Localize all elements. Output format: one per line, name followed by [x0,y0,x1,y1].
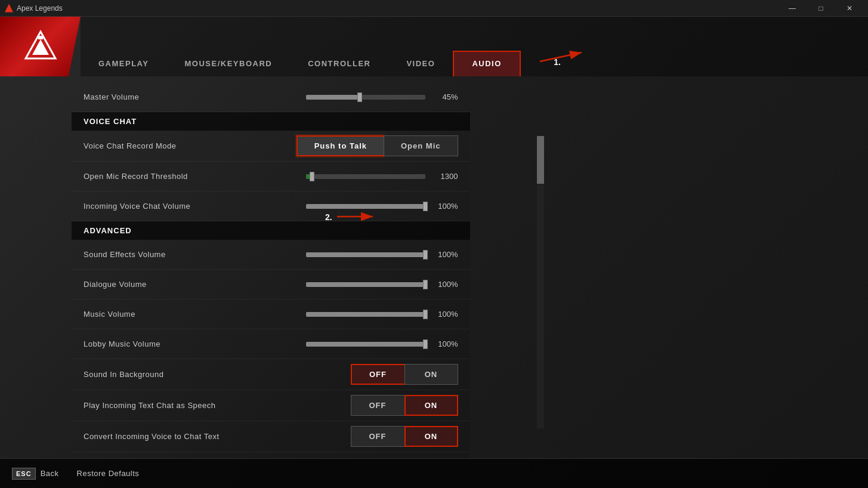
sound-effects-volume-value: 100% [431,250,458,259]
annotation-step1: 1. [554,57,561,67]
open-mic-threshold-slider[interactable] [306,174,425,179]
window-title: Apex Legends [17,4,63,13]
sound-in-background-off-button[interactable]: Off [351,364,404,385]
music-volume-control: 100% [306,310,458,319]
nav-tabs: GAMEPLAY MOUSE/KEYBOARD CONTROLLER VIDEO… [81,17,868,76]
play-incoming-text-row: Play Incoming Text Chat as Speech Off On [72,390,470,421]
music-volume-label: Music Volume [84,310,306,319]
dialogue-volume-slider[interactable] [306,282,425,287]
close-button[interactable]: ✕ [836,0,863,17]
lobby-music-volume-control: 100% [306,339,458,348]
dialogue-volume-value: 100% [431,280,458,289]
right-panel [470,76,869,458]
convert-incoming-voice-label: Convert Incoming Voice to Chat Text [84,432,351,441]
restore-defaults-button[interactable]: Restore Defaults [77,469,140,478]
sound-in-background-row: Sound In Background Off On [72,359,470,390]
title-bar-left: Apex Legends [5,4,63,13]
svg-rect-2 [38,36,43,39]
sound-in-background-control: Off On [351,364,458,385]
play-incoming-text-toggle: Off On [351,395,458,416]
sound-in-background-toggle: Off On [351,364,458,385]
advanced-section-header: ADVANCED [72,221,470,240]
restore-defaults-label: Restore Defaults [77,469,140,478]
voice-chat-record-mode-label: Voice Chat Record Mode [84,141,296,150]
convert-incoming-voice-control: Off On [351,426,458,447]
sound-effects-volume-row: Sound Effects Volume 100% [72,240,470,270]
play-incoming-text-off-button[interactable]: Off [351,395,404,416]
open-mic-threshold-label: Open Mic Record Threshold [84,172,306,181]
tab-audio[interactable]: AUDIO [453,51,520,76]
sound-effects-volume-thumb [423,250,428,260]
master-volume-label: Master Volume [84,92,306,101]
voice-chat-toggle-group: Push to Talk Open Mic [296,135,458,156]
apex-logo-svg [23,29,58,64]
sound-effects-volume-fill [306,252,425,257]
scrollbar-thumb[interactable] [537,136,544,184]
lobby-music-volume-value: 100% [431,339,458,348]
window-controls: — □ ✕ [779,0,863,17]
sound-in-background-label: Sound In Background [84,370,351,379]
master-volume-fill [306,95,360,100]
title-bar: Apex Legends — □ ✕ [0,0,868,17]
scrollbar-track[interactable] [537,136,544,428]
lobby-music-volume-thumb [423,339,428,349]
tab-mouse-keyboard[interactable]: MOUSE/KEYBOARD [166,52,290,76]
incoming-voice-volume-value: 100% [431,202,458,211]
tab-video[interactable]: VIDEO [388,52,453,76]
dialogue-volume-label: Dialogue Volume [84,280,306,289]
lobby-music-volume-label: Lobby Music Volume [84,339,306,348]
settings-content: Master Volume 45% VOICE CHAT Voice Chat … [72,76,470,458]
incoming-voice-volume-row: Incoming Voice Chat Volume 100% [72,192,470,221]
logo-area [0,17,81,76]
sound-in-background-on-button[interactable]: On [404,364,458,385]
sound-effects-volume-control: 100% [306,250,458,259]
push-to-talk-button[interactable]: Push to Talk [296,135,384,156]
convert-incoming-voice-off-button[interactable]: Off [351,426,404,447]
esc-badge: ESC [12,468,36,480]
annotation-arrow-1 [528,44,600,73]
sound-effects-volume-label: Sound Effects Volume [84,250,306,259]
dialogue-volume-control: 100% [306,280,458,289]
music-volume-row: Music Volume 100% [72,299,470,329]
dialogue-volume-row: Dialogue Volume 100% [72,270,470,299]
play-incoming-text-control: Off On [351,395,458,416]
minimize-button[interactable]: — [779,0,806,17]
master-volume-row: Master Volume 45% [72,82,470,112]
voice-chat-section-header: VOICE CHAT [72,112,470,131]
lobby-music-volume-fill [306,342,425,347]
open-mic-threshold-fill [306,174,312,179]
app-icon [5,4,13,13]
music-volume-slider[interactable] [306,312,425,317]
annotation-step2: 2. [325,212,332,222]
play-incoming-text-label: Play Incoming Text Chat as Speech [84,401,351,410]
open-mic-threshold-row: Open Mic Record Threshold 1300 [72,162,470,192]
open-mic-button[interactable]: Open Mic [384,135,458,156]
convert-incoming-voice-on-button[interactable]: On [404,426,458,447]
footer: ESC Back Restore Defaults [0,458,868,488]
open-mic-threshold-value: 1300 [431,172,458,181]
maximize-button[interactable]: □ [807,0,835,17]
convert-incoming-voice-row: Convert Incoming Voice to Chat Text Off … [72,421,470,452]
sound-effects-volume-slider[interactable] [306,252,425,257]
voice-chat-record-mode-control: Push to Talk Open Mic [296,135,458,156]
lobby-music-volume-slider[interactable] [306,342,425,347]
dialogue-volume-fill [306,282,425,287]
tab-controller[interactable]: CONTROLLER [290,52,388,76]
incoming-voice-volume-label: Incoming Voice Chat Volume [84,202,306,211]
play-incoming-text-on-button[interactable]: On [404,395,458,416]
annotation-arrow-2 [325,208,385,226]
main-container: GAMEPLAY MOUSE/KEYBOARD CONTROLLER VIDEO… [0,17,868,488]
music-volume-thumb [423,310,428,319]
music-volume-value: 100% [431,310,458,319]
tab-gameplay[interactable]: GAMEPLAY [81,52,166,76]
music-volume-fill [306,312,425,317]
settings-panel: Master Volume 45% VOICE CHAT Voice Chat … [0,76,868,458]
back-button[interactable]: ESC Back [12,468,59,480]
voice-chat-record-mode-row: Voice Chat Record Mode Push to Talk Open… [72,131,470,162]
master-volume-value: 45% [431,92,458,101]
master-volume-slider[interactable] [306,95,425,100]
convert-incoming-voice-toggle: Off On [351,426,458,447]
master-volume-control: 45% [306,92,458,101]
dialogue-volume-thumb [423,280,428,289]
open-mic-threshold-thumb [310,172,314,181]
